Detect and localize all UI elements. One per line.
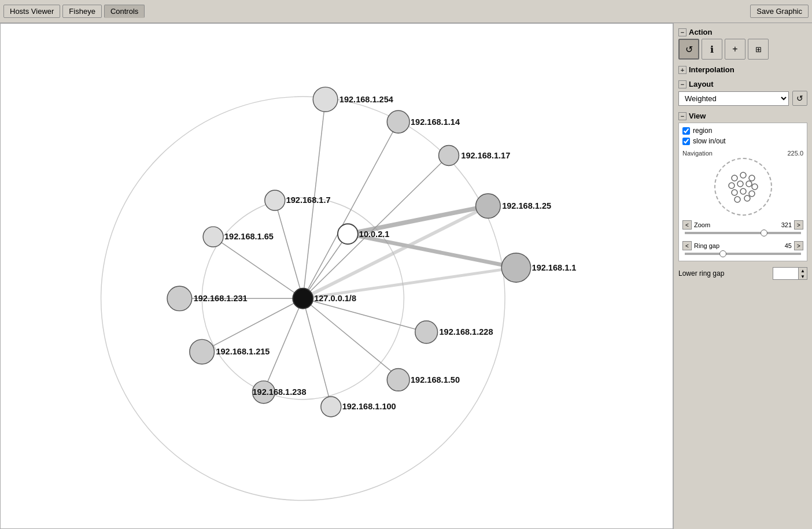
slow-inout-checkbox[interactable]: [682, 138, 690, 145]
svg-text:192.168.1.215: 192.168.1.215: [216, 347, 270, 356]
svg-line-17: [275, 201, 303, 299]
view-section-header[interactable]: − View: [678, 112, 807, 120]
nav-dots-svg: [720, 164, 766, 210]
zoom-slider-thumb[interactable]: [761, 230, 767, 236]
region-checkbox[interactable]: [682, 127, 690, 135]
sidebar: − Action ↺ ℹ + ⊞ + I: [673, 23, 812, 529]
ring-gap-slider[interactable]: [685, 253, 801, 255]
svg-line-13: [264, 298, 303, 391]
interpolation-section: + Interpolation: [678, 65, 807, 76]
lower-ring-gap-up[interactable]: ▲: [799, 268, 807, 273]
ring-gap-decrease-button[interactable]: <: [682, 241, 692, 250]
action-section: − Action ↺ ℹ + ⊞: [678, 28, 807, 62]
zoom-decrease-button[interactable]: <: [682, 220, 692, 230]
svg-text:192.168.1.100: 192.168.1.100: [342, 402, 396, 411]
lower-ring-gap-row: Lower ring gap ▲ ▼: [678, 267, 807, 280]
navigation-circle[interactable]: [714, 158, 772, 216]
zoom-slider[interactable]: [685, 232, 801, 234]
zoom-label: Zoom: [694, 221, 772, 228]
svg-text:192.168.1.14: 192.168.1.14: [411, 117, 460, 127]
plus-icon: +: [732, 44, 737, 54]
lower-ring-gap-down[interactable]: ▼: [799, 273, 807, 279]
tab-fisheye[interactable]: Fisheye: [62, 5, 102, 18]
lower-ring-gap-label: Lower ring gap: [678, 269, 770, 278]
ring-gap-label: Ring gap: [694, 242, 772, 249]
add-action-button[interactable]: +: [725, 39, 745, 60]
tab-controls[interactable]: Controls: [104, 5, 145, 18]
svg-line-9: [303, 156, 449, 298]
lower-ring-gap-input[interactable]: ▲ ▼: [773, 267, 807, 280]
svg-point-59: [744, 195, 750, 201]
ring-gap-row: < Ring gap 45 >: [682, 241, 803, 250]
action-section-header[interactable]: − Action: [678, 28, 807, 36]
rotate-icon: ↺: [685, 44, 693, 55]
action-icons: ↺ ℹ + ⊞: [678, 39, 807, 60]
svg-point-18: [293, 288, 313, 309]
svg-point-57: [749, 191, 755, 197]
svg-text:192.168.1.7: 192.168.1.7: [286, 195, 331, 205]
image-action-button[interactable]: ⊞: [748, 39, 769, 60]
svg-text:192.168.1.50: 192.168.1.50: [411, 375, 460, 384]
svg-text:192.168.1.228: 192.168.1.228: [440, 327, 493, 336]
svg-point-34: [387, 369, 409, 391]
action-toggle[interactable]: −: [678, 28, 686, 36]
svg-text:192.168.1.65: 192.168.1.65: [224, 232, 274, 241]
zoom-increase-button[interactable]: >: [794, 220, 803, 230]
region-checkbox-row: region: [682, 127, 803, 135]
svg-point-58: [735, 197, 740, 202]
rotate-action-button[interactable]: ↺: [678, 39, 699, 60]
svg-point-49: [740, 172, 746, 178]
svg-point-26: [439, 145, 459, 165]
svg-point-28: [476, 194, 501, 219]
layout-toggle[interactable]: −: [678, 80, 686, 88]
interpolation-section-header[interactable]: + Interpolation: [678, 65, 807, 74]
navigation-area: Navigation 225.0: [682, 150, 803, 216]
navigation-value: 225.0: [787, 150, 803, 157]
toolbar: Hosts Viewer Fisheye Controls Save Graph…: [0, 0, 812, 23]
svg-line-10: [303, 298, 426, 332]
svg-point-30: [501, 253, 530, 282]
svg-point-51: [729, 183, 735, 188]
svg-point-56: [740, 188, 746, 194]
navigation-label: Navigation: [682, 150, 713, 157]
layout-select[interactable]: Weighted Circular Random Hierarchical: [678, 91, 789, 106]
svg-point-55: [732, 190, 737, 195]
main-area: 127.0.0.1/8 10.0.2.1 192.168.1.254 192.1…: [0, 23, 812, 529]
layout-refresh-button[interactable]: ↺: [792, 91, 807, 106]
info-action-button[interactable]: ℹ: [702, 39, 722, 60]
graph-svg: 127.0.0.1/8 10.0.2.1 192.168.1.254 192.1…: [1, 24, 673, 528]
lower-ring-gap-spinners: ▲ ▼: [798, 268, 807, 279]
region-label: region: [693, 127, 712, 135]
svg-line-16: [213, 237, 303, 299]
svg-point-52: [737, 181, 743, 187]
graph-area[interactable]: 127.0.0.1/8 10.0.2.1 192.168.1.254 192.1…: [0, 23, 673, 529]
svg-text:192.168.1.25: 192.168.1.25: [502, 201, 551, 210]
svg-text:192.168.1.254: 192.168.1.254: [339, 95, 394, 104]
svg-text:192.168.1.1: 192.168.1.1: [532, 263, 577, 272]
info-icon: ℹ: [710, 44, 714, 55]
svg-point-24: [387, 110, 409, 133]
svg-point-50: [749, 175, 755, 181]
save-graphic-button[interactable]: Save Graphic: [750, 5, 809, 18]
interpolation-toggle[interactable]: +: [678, 66, 686, 74]
tab-bar: Hosts Viewer Fisheye Controls: [3, 5, 145, 18]
tab-hosts-viewer[interactable]: Hosts Viewer: [3, 5, 60, 18]
svg-point-53: [746, 181, 752, 187]
nav-label-row: Navigation 225.0: [682, 150, 803, 157]
svg-point-22: [313, 87, 338, 112]
layout-section: − Layout Weighted Circular Random Hierar…: [678, 80, 807, 108]
svg-text:192.168.1.231: 192.168.1.231: [194, 294, 248, 303]
image-icon: ⊞: [755, 45, 762, 54]
svg-point-44: [203, 227, 223, 247]
ring-gap-increase-button[interactable]: >: [794, 241, 803, 250]
layout-section-header[interactable]: − Layout: [678, 80, 807, 88]
svg-line-8: [303, 122, 398, 299]
view-toggle[interactable]: −: [678, 112, 686, 120]
svg-text:192.168.1.17: 192.168.1.17: [461, 151, 510, 160]
svg-point-40: [190, 339, 215, 364]
ring-gap-slider-thumb[interactable]: [719, 250, 726, 257]
view-label: View: [689, 112, 706, 120]
svg-point-48: [732, 175, 737, 181]
layout-label: Layout: [689, 80, 714, 88]
view-panel: region slow in/out Navigation 225.0: [678, 123, 807, 261]
